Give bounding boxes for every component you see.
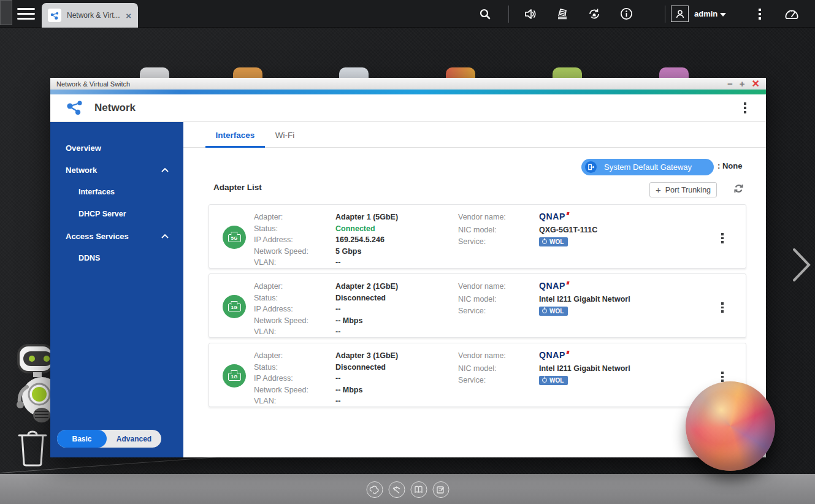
- main-menu-icon[interactable]: [17, 8, 35, 20]
- nic-label: NIC model:: [458, 224, 506, 236]
- ip-label: IP Address:: [254, 234, 308, 246]
- cloud-sync-icon[interactable]: [366, 481, 383, 498]
- main-panel: Interfaces Wi-Fi System Default Gateway …: [183, 122, 766, 457]
- sidebar-item-interfaces[interactable]: Interfaces: [50, 181, 183, 203]
- admin-menu[interactable]: admin: [694, 9, 717, 18]
- adapter-card-1: 5G Adapter: Status: IP Address: Network …: [209, 204, 746, 269]
- sidebar-item-access-services[interactable]: Access Services: [50, 225, 183, 247]
- chevron-right-icon[interactable]: [791, 247, 812, 283]
- sidebar-item-network[interactable]: Network: [50, 159, 183, 181]
- vendor-label: Vendor name:: [458, 212, 506, 223]
- speed-label: Network Speed:: [254, 384, 308, 396]
- tab-wifi[interactable]: Wi-Fi: [265, 122, 305, 148]
- adapter-speed: -- Mbps: [335, 315, 398, 327]
- basic-toggle-button[interactable]: Basic: [57, 430, 107, 448]
- desktop: Network & Virt... × admin: [0, 0, 815, 504]
- advanced-toggle-button[interactable]: Advanced: [107, 435, 161, 443]
- vendor-label: Vendor name:: [458, 350, 506, 362]
- port-trunking-button[interactable]: + Port Trunking: [649, 182, 717, 197]
- notes-icon[interactable]: [432, 481, 449, 498]
- status-label: Status:: [254, 223, 308, 235]
- tools-icon[interactable]: [388, 481, 405, 498]
- app-tab-title: Network & Virt...: [67, 11, 120, 20]
- adapter-status: Disconnected: [335, 292, 398, 304]
- status-label: Status:: [254, 292, 308, 304]
- service-label: Service:: [458, 375, 506, 386]
- more-menu-icon[interactable]: [756, 6, 763, 22]
- volume-icon[interactable]: [522, 6, 538, 22]
- sidebar-item-dhcp-server[interactable]: DHCP Server: [50, 203, 183, 225]
- robot-mascot: [15, 344, 53, 437]
- adapter-ip: --: [335, 373, 398, 384]
- adapter-menu-icon[interactable]: [719, 231, 726, 246]
- speed-label: Network Speed:: [254, 315, 308, 327]
- adapter-name: Adapter 2 (1GbE): [335, 281, 398, 292]
- info-icon[interactable]: [618, 6, 634, 22]
- adapter-1g-icon: 1G: [223, 364, 246, 388]
- service-label: Service:: [458, 305, 506, 317]
- nic-model: Intel I211 Gigabit Networl: [539, 294, 630, 305]
- nic-model: QXG-5G1T-111C: [539, 224, 597, 236]
- qnap-logo: QNAP: [539, 281, 565, 291]
- resource-monitor-icon[interactable]: [784, 6, 800, 22]
- adapter-card-3: 1G Adapter: Status: IP Address: Network …: [209, 343, 746, 407]
- background-tasks-icon[interactable]: [554, 6, 570, 22]
- adapter-status: Disconnected: [335, 362, 398, 373]
- sidebar-item-ddns[interactable]: DDNS: [50, 247, 183, 269]
- service-label: Service:: [458, 236, 506, 248]
- tab-close-icon[interactable]: ×: [126, 11, 131, 20]
- network-app-icon: [48, 9, 61, 22]
- adapter-vlan: --: [335, 326, 398, 338]
- power-icon: [542, 308, 547, 313]
- maximize-button[interactable]: +: [740, 80, 745, 88]
- refresh-icon[interactable]: [733, 183, 744, 194]
- search-icon[interactable]: [477, 6, 493, 22]
- user-avatar-icon[interactable]: [671, 6, 689, 22]
- adapter-label: Adapter:: [254, 212, 308, 223]
- window-accent-strip: [50, 90, 766, 94]
- plus-icon: +: [656, 185, 661, 194]
- sidebar-item-overview[interactable]: Overview: [50, 137, 183, 159]
- vendor-label: Vendor name:: [458, 281, 506, 292]
- adapter-name: Adapter 1 (5GbE): [335, 212, 398, 223]
- speed-label: Network Speed:: [254, 246, 308, 258]
- adapter-ip: --: [335, 304, 398, 315]
- nic-label: NIC model:: [458, 294, 506, 305]
- system-default-gateway-button[interactable]: System Default Gateway: [581, 159, 714, 175]
- sidebar: Overview Network Interfaces DHCP Server …: [50, 122, 183, 457]
- adapter-vlan: --: [335, 257, 398, 269]
- gateway-value: : None: [717, 161, 742, 170]
- wol-badge: WOL: [539, 307, 568, 316]
- adapter-speed: 5 Gbps: [335, 246, 398, 258]
- wallpaper-corner-tile: [0, 0, 12, 25]
- vlan-label: VLAN:: [254, 257, 308, 269]
- window-header: Network: [50, 94, 766, 122]
- minimize-button[interactable]: −: [727, 80, 733, 88]
- basic-advanced-toggle: Basic Advanced: [57, 430, 161, 448]
- app-tab-network-virtual-switch[interactable]: Network & Virt... ×: [42, 3, 138, 28]
- topbar-divider: [508, 6, 509, 23]
- adapter-list-title: Adapter List: [213, 183, 262, 192]
- tab-interfaces[interactable]: Interfaces: [205, 122, 265, 148]
- vlan-label: VLAN:: [254, 326, 308, 338]
- status-label: Status:: [254, 362, 308, 373]
- adapter-label: Adapter:: [254, 350, 308, 362]
- ip-label: IP Address:: [254, 373, 308, 384]
- network-virtual-switch-window: Network & Virtual Switch − + ✕ Network O…: [50, 78, 766, 457]
- power-icon: [542, 378, 547, 383]
- desktop-dock: [366, 481, 449, 498]
- adapter-menu-icon[interactable]: [719, 300, 726, 315]
- notifications-sync-icon[interactable]: [586, 6, 602, 22]
- nic-model: Intel I211 Gigabit Networl: [539, 363, 630, 375]
- adapter-status: Connected: [335, 223, 398, 235]
- manual-book-icon[interactable]: [410, 481, 427, 498]
- nic-label: NIC model:: [458, 363, 506, 375]
- wol-badge: WOL: [539, 237, 568, 246]
- adapter-ip: 169.254.5.246: [335, 234, 398, 246]
- window-titlebar[interactable]: Network & Virtual Switch − + ✕: [50, 78, 766, 90]
- recycle-bin-icon[interactable]: [17, 429, 48, 467]
- gateway-icon: [585, 161, 597, 173]
- tab-bar: Interfaces Wi-Fi: [183, 122, 766, 148]
- close-button[interactable]: ✕: [752, 80, 760, 88]
- page-more-menu-icon[interactable]: [741, 100, 749, 116]
